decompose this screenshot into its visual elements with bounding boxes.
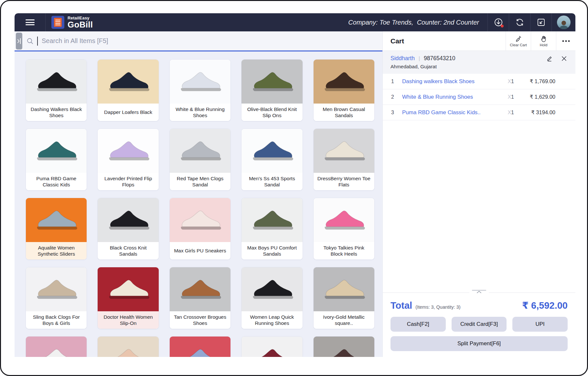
download-button[interactable] xyxy=(487,13,509,31)
cart-item-row[interactable]: 3 Puma RBD Game Classic Kids.. X1 ₹ 3194… xyxy=(383,105,575,120)
product-card[interactable]: Tan Crossover Brogues Shoes xyxy=(169,267,231,329)
shoe-icon xyxy=(322,278,366,301)
text-cursor xyxy=(37,37,38,46)
product-image xyxy=(170,60,230,104)
product-card[interactable]: Tokyo Talkies Pink Block Heels xyxy=(313,198,375,260)
quantity-x: X xyxy=(508,110,511,115)
split-payment-button[interactable]: Split Payment[F6] xyxy=(390,336,568,351)
total-label: Total xyxy=(390,300,412,311)
product-name: Lavender Printed Flip Flops xyxy=(98,173,158,190)
total-row: Total (Items: 3, Quantity: 3) ₹ 6,592.00 xyxy=(390,300,568,311)
user-avatar-button[interactable] xyxy=(551,13,575,31)
product-card[interactable] xyxy=(26,336,87,357)
product-card[interactable]: Doctor Health Women Slip-On xyxy=(97,267,159,329)
avatar xyxy=(557,16,571,29)
pay-cash-button[interactable]: Cash[F2] xyxy=(390,317,446,332)
product-card[interactable]: White & Blue Running Shoes xyxy=(169,59,231,121)
cart-item-number: 2 xyxy=(391,94,402,100)
product-card[interactable]: Women Leap Quick Running Shoes xyxy=(241,267,303,329)
product-image xyxy=(98,267,158,311)
chevron-up-icon xyxy=(476,291,482,293)
product-card[interactable]: Men's Ss 453 Sports Sandal xyxy=(241,128,303,191)
product-name: DressBerry Women Toe Flats xyxy=(314,173,374,190)
refresh-button[interactable] xyxy=(509,13,530,31)
footer-collapse-handle[interactable] xyxy=(469,290,489,293)
remove-customer-button[interactable] xyxy=(561,56,567,61)
clear-cart-button[interactable]: Clear Cart xyxy=(506,31,531,50)
broom-icon xyxy=(515,35,522,42)
app-window-frame: RetailEasy GoBill Company: Toe Trends, C… xyxy=(0,0,588,376)
product-name: Olive-Black Blend Knit Slip Ons xyxy=(241,104,302,121)
product-card[interactable] xyxy=(241,336,303,357)
pay-upi-button[interactable]: UPI xyxy=(512,317,568,332)
shoe-icon xyxy=(178,278,222,301)
product-image xyxy=(241,198,302,242)
search-input[interactable] xyxy=(41,37,378,45)
shoe-icon xyxy=(322,208,366,232)
shoe-icon xyxy=(178,70,222,93)
ellipsis-icon xyxy=(562,40,570,42)
product-card[interactable]: Olive-Black Blend Knit Slip Ons xyxy=(241,59,303,121)
shoe-icon xyxy=(250,278,294,301)
product-image xyxy=(314,337,374,357)
cart-item-row[interactable]: 2 White & Blue Running Shoes X1 ₹ 1,629.… xyxy=(383,89,575,105)
product-name: Red Tape Men Clogs Sandal xyxy=(170,173,230,190)
product-name: Dashing Walkers Black Shoes xyxy=(26,104,87,121)
shoe-icon xyxy=(250,70,294,93)
search-input-wrap xyxy=(26,37,378,46)
panel-collapse-handle[interactable] xyxy=(16,33,22,50)
cart-header: Cart Clear Cart xyxy=(383,31,575,51)
product-card[interactable]: Ivory-Gold Metallic square.. xyxy=(313,267,375,329)
product-image xyxy=(26,267,87,311)
edit-customer-button[interactable] xyxy=(546,55,553,62)
pay-credit-card-button[interactable]: Credit Card[F3] xyxy=(452,317,507,332)
product-card[interactable]: Lavender Printed Flip Flops xyxy=(97,128,159,191)
shoe-icon xyxy=(34,278,78,301)
product-card[interactable]: Puma RBD Game Classic Kids xyxy=(26,128,87,191)
clear-cart-label: Clear Cart xyxy=(510,43,527,47)
brand-logo: RetailEasy GoBill xyxy=(46,13,99,31)
product-card[interactable]: Dapper Loafers Black xyxy=(97,59,159,121)
cart-item-name[interactable]: White & Blue Running Shoes xyxy=(402,94,496,100)
product-card[interactable]: Dashing Walkers Black Shoes xyxy=(26,59,87,121)
refresh-icon xyxy=(515,17,525,27)
product-card[interactable]: Max Girls PU Sneakers xyxy=(169,198,231,260)
cart-item-price: ₹ 3194.00 xyxy=(514,109,555,116)
hamburger-menu-button[interactable] xyxy=(15,13,46,31)
product-name: Tan Crossover Brogues Shoes xyxy=(170,311,230,329)
product-image xyxy=(98,129,158,173)
product-name: Tokyo Talkies Pink Block Heels xyxy=(314,242,374,260)
product-card[interactable]: Aqualite Women Synthetic Sliders xyxy=(26,198,87,260)
shoe-icon xyxy=(34,70,78,93)
product-image xyxy=(314,198,374,242)
exit-fullscreen-button[interactable] xyxy=(530,13,551,31)
product-card[interactable]: Max Boys PU Comfort Sandals xyxy=(241,198,303,260)
product-card[interactable] xyxy=(313,336,375,357)
hamburger-icon xyxy=(26,19,35,25)
shoe-icon xyxy=(106,70,150,93)
shoe-icon xyxy=(34,139,78,162)
product-card[interactable] xyxy=(97,336,159,357)
hold-label: Hold xyxy=(540,43,548,47)
product-card[interactable]: Red Tape Men Clogs Sandal xyxy=(169,128,231,191)
product-image xyxy=(98,60,158,104)
cart-item-row[interactable]: 1 Dashing walkers Black Shoes X1 ₹ 1,769… xyxy=(383,74,575,89)
product-name: Sling Back Clogs For Boys & Girls xyxy=(26,311,87,329)
quantity-value: 1 xyxy=(511,79,514,84)
product-card[interactable] xyxy=(169,336,231,357)
total-meta: (Items: 3, Quantity: 3) xyxy=(415,304,460,310)
hold-button[interactable]: Hold xyxy=(531,31,556,50)
product-name: Men Brown Casual Sandals xyxy=(314,104,374,121)
product-card[interactable]: DressBerry Women Toe Flats xyxy=(313,128,375,191)
company-counter-context: Company: Toe Trends, Counter: 2nd Counte… xyxy=(348,13,487,31)
cart-more-button[interactable] xyxy=(556,31,575,50)
shoe-icon xyxy=(178,208,222,232)
cart-item-name[interactable]: Dashing walkers Black Shoes xyxy=(402,78,496,85)
product-card[interactable]: Sling Back Clogs For Boys & Girls xyxy=(26,267,87,329)
customer-name[interactable]: Siddharth xyxy=(390,55,415,62)
exit-fullscreen-icon xyxy=(537,18,546,27)
product-card[interactable]: Men Brown Casual Sandals xyxy=(313,59,375,121)
payment-buttons-row: Cash[F2] Credit Card[F3] UPI xyxy=(390,317,568,332)
cart-item-name[interactable]: Puma RBD Game Classic Kids.. xyxy=(402,109,496,116)
product-card[interactable]: Black Cross Knit Sandals xyxy=(97,198,159,260)
